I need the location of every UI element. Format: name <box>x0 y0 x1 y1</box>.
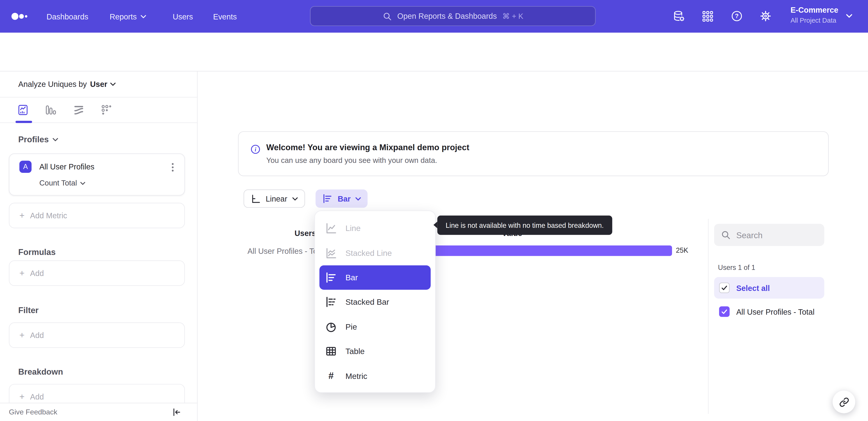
chart-type-menu: Line Stacked Line Bar Stacked Bar <box>314 210 436 393</box>
menu-item-label: Stacked Bar <box>345 298 389 307</box>
give-feedback-link[interactable]: Give Feedback <box>9 408 57 416</box>
plus-icon: + <box>20 268 25 278</box>
chart-type-selector-button[interactable]: Bar <box>315 190 368 208</box>
search-icon <box>721 230 731 240</box>
aggregation-dropdown[interactable]: Count Total <box>39 179 85 187</box>
menu-item-stacked-bar[interactable]: Stacked Bar <box>315 290 435 314</box>
menu-item-bar[interactable]: Bar <box>319 265 431 290</box>
plus-icon: + <box>20 210 25 221</box>
help-icon[interactable]: ? <box>731 10 743 22</box>
project-switcher[interactable]: E-Commerce All Project Data <box>790 5 838 24</box>
breakdown-header-label: Breakdown <box>18 367 63 376</box>
add-formula-label: Add <box>30 269 44 278</box>
menu-item-metric[interactable]: # Metric <box>315 364 435 388</box>
mixpanel-logo[interactable] <box>11 12 28 21</box>
project-name: E-Commerce <box>790 5 838 14</box>
chevron-down-icon <box>141 15 146 18</box>
tab-flows[interactable] <box>73 104 85 116</box>
report-canvas: i Welcome! You are viewing a Mixpanel de… <box>197 72 868 421</box>
analyze-entity-value: User <box>90 80 107 89</box>
project-scope: All Project Data <box>790 17 838 24</box>
legend-search-input[interactable] <box>736 230 808 240</box>
plus-icon: + <box>20 330 25 340</box>
metric-letter-badge: A <box>20 161 32 173</box>
settings-gear-icon[interactable] <box>760 10 772 22</box>
filter-section-header: Filter <box>18 305 39 315</box>
info-icon: i <box>250 144 261 155</box>
demo-project-banner: i Welcome! You are viewing a Mixpanel de… <box>238 131 829 176</box>
nav-item-label: Reports <box>110 12 137 21</box>
breakdown-section-header: Breakdown <box>18 367 63 376</box>
profiles-section-header[interactable]: Profiles <box>18 135 58 144</box>
analyze-entity-dropdown[interactable]: User <box>90 80 116 89</box>
banner-subtitle: You can use any board you see with your … <box>266 156 437 165</box>
menu-item-table[interactable]: Table <box>315 339 435 364</box>
nav-item-events[interactable]: Events <box>213 0 237 33</box>
menu-item-label: Bar <box>345 273 358 282</box>
search-placeholder: Open Reports & Dashboards <box>397 11 497 20</box>
legend-series-row[interactable]: All User Profiles - Total <box>714 301 824 322</box>
search-icon <box>382 11 392 21</box>
select-all-checkbox[interactable] <box>719 283 730 293</box>
tab-funnels[interactable] <box>45 104 56 116</box>
profiles-header-label: Profiles <box>18 135 49 144</box>
scale-selector-label: Linear <box>266 194 287 203</box>
metric-name[interactable]: All User Profiles <box>39 162 94 171</box>
chart-type-selector-label: Bar <box>338 194 350 203</box>
series-checkbox[interactable] <box>719 306 730 317</box>
nav-item-users[interactable]: Users <box>173 0 193 33</box>
menu-item-label: Line <box>345 224 361 233</box>
banner-title: Welcome! You are viewing a Mixpanel demo… <box>266 142 469 152</box>
nav-item-reports[interactable]: Reports <box>110 0 146 33</box>
tooltip-text: Line is not available with no time based… <box>445 221 603 229</box>
menu-item-pie[interactable]: Pie <box>315 314 435 339</box>
filter-header-label: Filter <box>18 305 39 315</box>
help-glyph: ? <box>735 13 739 20</box>
report-type-tabs <box>0 97 197 123</box>
analyze-uniques-row: Analyze Uniques by User <box>0 72 197 97</box>
add-filter-button[interactable]: + Add <box>9 322 185 348</box>
menu-item-label: Metric <box>345 371 367 380</box>
share-link-fab[interactable] <box>833 391 855 413</box>
analyze-prefix: Analyze Uniques by <box>18 80 87 89</box>
add-filter-label: Add <box>30 331 44 340</box>
tooltip-arrow <box>434 222 437 228</box>
sidebar-footer: Give Feedback <box>0 403 197 421</box>
menu-item-stacked-line: Stacked Line <box>315 241 435 265</box>
disabled-option-tooltip: Line is not available with no time based… <box>437 216 612 235</box>
scale-selector-button[interactable]: Linear <box>244 190 305 208</box>
add-breakdown-label: Add <box>30 392 44 401</box>
formulas-header-label: Formulas <box>18 247 56 256</box>
add-formula-button[interactable]: + Add <box>9 260 185 286</box>
select-all-row[interactable]: Select all <box>714 277 824 299</box>
collapse-panel-icon[interactable] <box>172 407 182 417</box>
screen: Dashboards Reports Users Events Open Rep… <box>0 0 868 421</box>
legend-search-box[interactable] <box>714 224 824 246</box>
top-nav-bar: Dashboards Reports Users Events Open Rep… <box>0 0 868 33</box>
menu-item-line: Line <box>315 216 435 241</box>
legend-count-label: Users 1 of 1 <box>718 264 755 272</box>
plus-icon: + <box>20 392 25 401</box>
chart-bar-value: 25K <box>676 247 688 254</box>
menu-item-label: Table <box>345 347 365 356</box>
tab-insights[interactable] <box>17 104 29 116</box>
kebab-icon[interactable] <box>170 161 176 173</box>
data-management-icon[interactable] <box>673 10 685 23</box>
add-metric-label: Add Metric <box>30 211 67 220</box>
chart-row-label: All User Profiles - Total <box>248 247 326 255</box>
menu-item-label: Pie <box>345 322 357 331</box>
select-all-label: Select all <box>736 283 770 292</box>
global-search-bar[interactable]: Open Reports & Dashboards ⌘ + K <box>310 6 596 26</box>
legend-series-label: All User Profiles - Total <box>736 307 814 316</box>
tab-retention[interactable] <box>101 104 112 116</box>
nav-item-label: Dashboards <box>46 12 88 21</box>
search-shortcut: ⌘ + K <box>502 11 523 20</box>
report-title-bar: Untitled + Add description... Save <box>0 33 868 71</box>
nav-item-label: Events <box>213 12 237 21</box>
add-metric-button[interactable]: + Add Metric <box>9 203 185 228</box>
divider <box>708 219 708 414</box>
chart-column-header-users: Users <box>260 229 316 237</box>
metric-card[interactable]: A All User Profiles Count Total <box>9 153 185 195</box>
apps-grid-icon[interactable] <box>702 11 713 22</box>
nav-item-dashboards[interactable]: Dashboards <box>46 0 88 33</box>
